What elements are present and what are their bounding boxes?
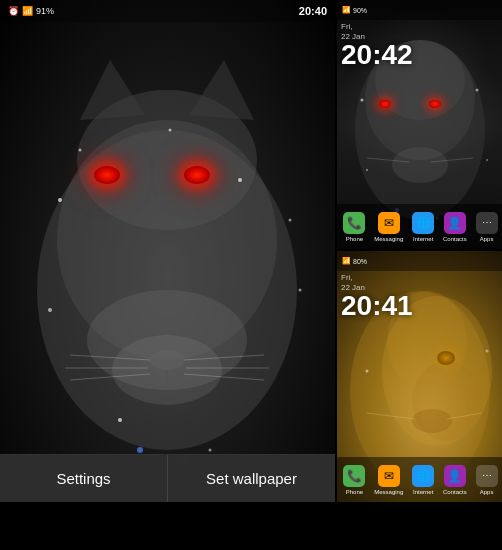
svg-point-17 xyxy=(238,178,242,182)
status-icons: ⏰ 📶 91% xyxy=(8,6,54,16)
alarm-icon: ⏰ xyxy=(8,6,19,16)
svg-point-47 xyxy=(486,350,489,353)
dock-bottom-contacts: 👤 Contacts xyxy=(443,465,467,495)
right-panel-phones: 📶 90% Fri, 22 Jan 20:42 📞 Phone ✉ M xyxy=(335,0,502,502)
bottom-internet-app-label: Internet xyxy=(413,489,433,495)
phone-bottom-dock: 📞 Phone ✉ Messaging 🌐 Internet 👤 Contact… xyxy=(337,457,502,502)
svg-point-20 xyxy=(299,289,302,292)
bottom-msg-app-icon: ✉ xyxy=(378,465,400,487)
svg-point-34 xyxy=(476,89,479,92)
phone-top-battery: 90% xyxy=(353,7,367,14)
svg-point-30 xyxy=(392,147,448,183)
apps-drawer-icon: ⋯ xyxy=(476,212,498,234)
bottom-phone-app-icon: 📞 xyxy=(343,465,365,487)
phone-bottom-date-line1: Fri, xyxy=(341,273,413,283)
phone-app-icon: 📞 xyxy=(343,212,365,234)
phone-preview-bottom[interactable]: 📶 80% Fri, 22 Jan 20:41 📞 Phone ✉ M xyxy=(337,251,502,502)
dock-messaging-icon: ✉ Messaging xyxy=(374,212,403,242)
lion-red-eye-right xyxy=(184,166,210,184)
svg-marker-13 xyxy=(80,60,145,120)
dock-bottom-internet: 🌐 Internet xyxy=(412,465,434,495)
svg-point-43 xyxy=(412,409,452,433)
phone-preview-top[interactable]: 📶 90% Fri, 22 Jan 20:42 📞 Phone ✉ M xyxy=(337,0,502,251)
messaging-app-icon: ✉ xyxy=(378,212,400,234)
bottom-contacts-app-label: Contacts xyxy=(443,489,467,495)
bottom-internet-app-icon: 🌐 xyxy=(412,465,434,487)
phone-top-dock: 📞 Phone ✉ Messaging 🌐 Internet 👤 Contact… xyxy=(337,204,502,249)
phone-app-label: Phone xyxy=(346,236,363,242)
phone-top-status-bar: 📶 90% xyxy=(337,0,502,20)
bottom-apps-drawer-icon: ⋯ xyxy=(476,465,498,487)
svg-point-21 xyxy=(118,418,122,422)
svg-point-25 xyxy=(137,447,143,453)
phone-bottom-status-icons: 📶 80% xyxy=(342,257,367,265)
svg-point-16 xyxy=(79,149,82,152)
phone-top-time-widget: Fri, 22 Jan 20:42 xyxy=(341,22,413,69)
dock-bottom-phone: 📞 Phone xyxy=(343,465,365,495)
phone-bottom-time-widget: Fri, 22 Jan 20:41 xyxy=(341,273,413,320)
dock-contacts-icon: 👤 Contacts xyxy=(443,212,467,242)
status-time: 20:40 xyxy=(299,5,327,17)
svg-point-22 xyxy=(209,449,212,452)
svg-point-18 xyxy=(289,219,292,222)
bottom-msg-app-label: Messaging xyxy=(374,489,403,495)
battery-text: 91% xyxy=(36,6,54,16)
dock-phone-icon: 📞 Phone xyxy=(343,212,365,242)
svg-point-33 xyxy=(361,99,364,102)
svg-point-5 xyxy=(149,350,185,370)
bottom-contacts-app-icon: 👤 xyxy=(444,465,466,487)
phone-bottom-notif-icon: 📶 xyxy=(342,257,351,265)
settings-button[interactable]: Settings xyxy=(0,455,168,502)
phone-top-red-eye-left xyxy=(379,100,391,108)
main-wallpaper-preview: ⏰ 📶 91% 20:40 xyxy=(0,0,335,502)
lion-svg xyxy=(0,0,335,502)
phone-top-date-line1: Fri, xyxy=(341,22,413,32)
bottom-apps-drawer-label: Apps xyxy=(480,489,494,495)
phone-top-red-eye-right xyxy=(429,100,441,108)
svg-point-46 xyxy=(366,370,369,373)
contacts-app-icon: 👤 xyxy=(444,212,466,234)
phone-top-time: 20:42 xyxy=(341,41,413,69)
svg-point-23 xyxy=(169,129,172,132)
dock-bottom-msg: ✉ Messaging xyxy=(374,465,403,495)
phone-bottom-battery: 80% xyxy=(353,258,367,265)
wifi-icon: 📶 xyxy=(22,6,33,16)
wallpaper-background: ⏰ 📶 91% 20:40 xyxy=(0,0,335,502)
bottom-button-bar: Settings Set wallpaper xyxy=(0,454,335,502)
dock-apps-icon: ⋯ Apps xyxy=(476,212,498,242)
lion-face-art xyxy=(0,0,335,502)
main-container: ⏰ 📶 91% 20:40 xyxy=(0,0,502,550)
phone-top-status-icons: 📶 90% xyxy=(342,6,367,14)
status-bar-left: ⏰ 📶 91% 20:40 xyxy=(0,0,335,22)
dock-internet-icon: 🌐 Internet xyxy=(412,212,434,242)
phone-bottom-time: 20:41 xyxy=(341,292,413,320)
internet-app-label: Internet xyxy=(413,236,433,242)
svg-point-19 xyxy=(48,308,52,312)
apps-drawer-label: Apps xyxy=(480,236,494,242)
lion-red-eye-left xyxy=(94,166,120,184)
svg-point-36 xyxy=(486,159,488,161)
dock-bottom-apps: ⋯ Apps xyxy=(476,465,498,495)
messaging-app-label: Messaging xyxy=(374,236,403,242)
contacts-app-label: Contacts xyxy=(443,236,467,242)
svg-marker-14 xyxy=(189,60,254,120)
internet-app-icon: 🌐 xyxy=(412,212,434,234)
phone-top-notif-icon: 📶 xyxy=(342,6,351,14)
phone-bottom-status-bar: 📶 80% xyxy=(337,251,502,271)
svg-point-35 xyxy=(366,169,368,171)
bottom-phone-app-label: Phone xyxy=(346,489,363,495)
set-wallpaper-button[interactable]: Set wallpaper xyxy=(168,455,335,502)
svg-point-15 xyxy=(58,198,62,202)
